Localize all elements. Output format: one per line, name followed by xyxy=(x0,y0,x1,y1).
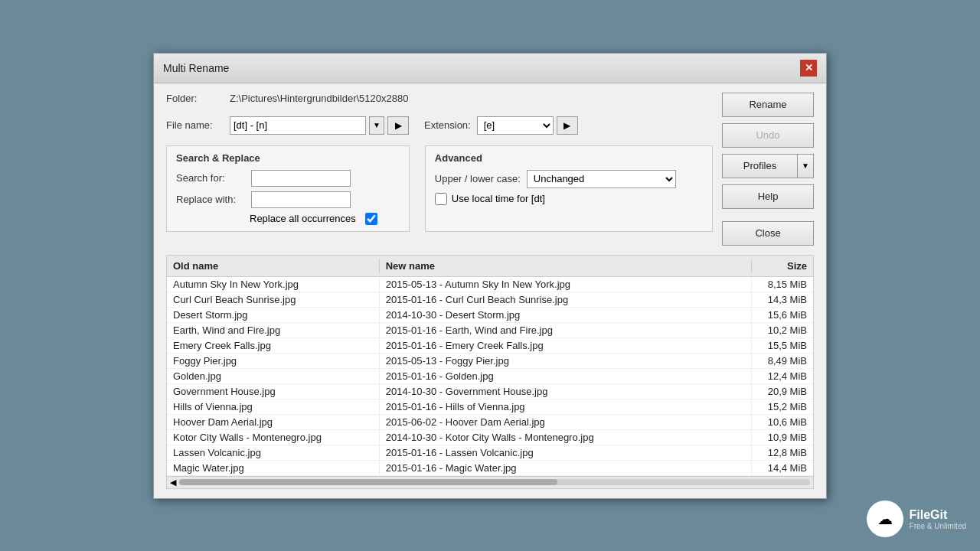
replace-with-row: Replace with: xyxy=(176,191,400,208)
replace-with-label: Replace with: xyxy=(176,194,245,205)
filename-input-wrap: ▼ ▶ xyxy=(230,116,409,135)
replace-with-input[interactable] xyxy=(251,191,351,208)
help-button[interactable]: Help xyxy=(722,184,814,209)
file-table: Old name New name Size Autumn Sky In New… xyxy=(166,255,814,489)
search-for-label: Search for: xyxy=(176,172,245,184)
title-bar: Multi Rename ✕ xyxy=(154,54,826,83)
table-row[interactable]: Curl Curl Beach Sunrise.jpg 2015-01-16 -… xyxy=(167,292,813,308)
table-row[interactable]: Earth, Wind and Fire.jpg 2015-01-16 - Ea… xyxy=(167,323,813,338)
folder-row: Folder: Z:\Pictures\Hintergrundbilder\51… xyxy=(166,93,713,104)
table-row[interactable]: Desert Storm.jpg 2014-10-30 - Desert Sto… xyxy=(167,308,813,323)
cell-old: Earth, Wind and Fire.jpg xyxy=(167,323,380,337)
dialog: Multi Rename ✕ Folder: Z:\Pictures\Hinte… xyxy=(153,53,827,499)
cell-size: 12,8 MiB xyxy=(752,445,813,460)
profiles-split: Profiles ▼ xyxy=(722,154,814,178)
watermark-text-block: FileGit Free & Unlimited xyxy=(910,507,966,530)
cell-old: Curl Curl Beach Sunrise.jpg xyxy=(167,292,380,307)
table-body: Autumn Sky In New York.jpg 2015-05-13 - … xyxy=(167,277,813,476)
table-header: Old name New name Size xyxy=(167,256,813,277)
cell-new: 2015-01-16 - Earth, Wind and Fire.jpg xyxy=(380,323,752,337)
table-row[interactable]: Hoover Dam Aerial.jpg 2015-06-02 - Hoove… xyxy=(167,415,813,430)
rename-button[interactable]: Rename xyxy=(722,93,814,117)
table-row[interactable]: Foggy Pier.jpg 2015-05-13 - Foggy Pier.j… xyxy=(167,354,813,369)
cell-new: 2015-01-16 - Golden.jpg xyxy=(380,369,752,383)
watermark: ☁ FileGit Free & Unlimited xyxy=(867,500,966,537)
cell-old: Foggy Pier.jpg xyxy=(167,354,380,368)
cell-size: 12,4 MiB xyxy=(752,369,813,383)
cell-new: 2014-10-30 - Government House.jpg xyxy=(380,384,752,399)
cell-new: 2014-10-30 - Kotor City Walls - Monteneg… xyxy=(380,430,752,445)
cell-size: 8,15 MiB xyxy=(752,277,813,292)
dialog-title: Multi Rename xyxy=(163,62,229,74)
right-panel: Rename Undo Profiles ▼ Help Close xyxy=(722,93,814,246)
cell-size: 15,2 MiB xyxy=(752,399,813,414)
cell-size: 14,3 MiB xyxy=(752,292,813,307)
close-window-button[interactable]: ✕ xyxy=(800,60,817,77)
profiles-dropdown-button[interactable]: ▼ xyxy=(797,154,814,178)
extension-arrow-button[interactable]: ▶ xyxy=(557,116,578,135)
table-row[interactable]: Autumn Sky In New York.jpg 2015-05-13 - … xyxy=(167,277,813,292)
cell-size: 15,6 MiB xyxy=(752,308,813,322)
cell-new: 2015-01-16 - Hills of Vienna.jpg xyxy=(380,399,752,414)
cell-new: 2015-01-16 - Lassen Volcanic.jpg xyxy=(380,445,752,460)
case-select[interactable]: Unchanged Lowercase Uppercase Title Case xyxy=(527,170,676,188)
scrollbar-track xyxy=(179,479,810,485)
cell-old: Autumn Sky In New York.jpg xyxy=(167,277,380,292)
search-replace-section: Search & Replace Search for: Replace wit… xyxy=(166,145,410,232)
watermark-sub: Free & Unlimited xyxy=(910,522,966,530)
filename-dropdown-button[interactable]: ▼ xyxy=(369,116,384,135)
horizontal-scrollbar[interactable]: ◀ xyxy=(167,476,813,488)
cell-new: 2015-05-13 - Foggy Pier.jpg xyxy=(380,354,752,368)
table-row[interactable]: Golden.jpg 2015-01-16 - Golden.jpg 12,4 … xyxy=(167,369,813,384)
main-content: Folder: Z:\Pictures\Hintergrundbilder\51… xyxy=(154,83,826,255)
filename-arrow-button[interactable]: ▶ xyxy=(387,116,409,135)
advanced-section: Advanced Upper / lower case: Unchanged L… xyxy=(425,145,713,232)
cell-new: 2015-01-16 - Curl Curl Beach Sunrise.jpg xyxy=(380,292,752,307)
local-time-row: Use local time for [dt] xyxy=(435,193,703,205)
table-row[interactable]: Government House.jpg 2014-10-30 - Govern… xyxy=(167,384,813,399)
replace-all-checkbox[interactable] xyxy=(365,213,377,225)
cell-old: Golden.jpg xyxy=(167,369,380,383)
filename-label: File name: xyxy=(166,119,224,131)
cell-new: 2014-10-30 - Desert Storm.jpg xyxy=(380,308,752,322)
table-row[interactable]: Emery Creek Falls.jpg 2015-01-16 - Emery… xyxy=(167,338,813,354)
col-header-size: Size xyxy=(752,259,813,273)
case-row: Upper / lower case: Unchanged Lowercase … xyxy=(435,170,703,188)
undo-button[interactable]: Undo xyxy=(722,123,814,148)
advanced-title: Advanced xyxy=(435,152,703,164)
left-panel: Folder: Z:\Pictures\Hintergrundbilder\51… xyxy=(166,93,713,246)
extension-combo-wrap: [e] ▶ xyxy=(477,116,578,135)
profiles-button[interactable]: Profiles xyxy=(722,154,797,178)
filename-input[interactable] xyxy=(230,116,366,135)
cell-old: Hills of Vienna.jpg xyxy=(167,399,380,414)
table-row[interactable]: Magic Water.jpg 2015-01-16 - Magic Water… xyxy=(167,461,813,476)
case-label: Upper / lower case: xyxy=(435,173,521,184)
folder-label: Folder: xyxy=(166,93,224,104)
table-row[interactable]: Kotor City Walls - Montenegro.jpg 2014-1… xyxy=(167,430,813,445)
cell-old: Desert Storm.jpg xyxy=(167,308,380,322)
cell-old: Lassen Volcanic.jpg xyxy=(167,445,380,460)
replace-all-label: Replace all occurrences xyxy=(250,213,356,224)
extension-select[interactable]: [e] xyxy=(477,116,554,135)
local-time-checkbox[interactable] xyxy=(435,193,447,205)
cell-size: 10,9 MiB xyxy=(752,430,813,445)
cell-old: Kotor City Walls - Montenegro.jpg xyxy=(167,430,380,445)
table-row[interactable]: Lassen Volcanic.jpg 2015-01-16 - Lassen … xyxy=(167,445,813,461)
cell-old: Government House.jpg xyxy=(167,384,380,399)
extension-label: Extension: xyxy=(424,119,471,131)
cell-old: Emery Creek Falls.jpg xyxy=(167,338,380,353)
search-for-input[interactable] xyxy=(251,170,351,187)
cell-old: Hoover Dam Aerial.jpg xyxy=(167,415,380,429)
table-row[interactable]: Hills of Vienna.jpg 2015-01-16 - Hills o… xyxy=(167,399,813,415)
cell-size: 14,4 MiB xyxy=(752,461,813,475)
watermark-name: FileGit xyxy=(910,507,966,522)
col-header-new: New name xyxy=(380,259,752,273)
close-dialog-button[interactable]: Close xyxy=(722,221,814,246)
cell-size: 10,6 MiB xyxy=(752,415,813,429)
cell-size: 15,5 MiB xyxy=(752,338,813,353)
cell-size: 8,49 MiB xyxy=(752,354,813,368)
cell-new: 2015-01-16 - Magic Water.jpg xyxy=(380,461,752,475)
cell-new: 2015-01-16 - Emery Creek Falls.jpg xyxy=(380,338,752,353)
search-for-row: Search for: xyxy=(176,170,400,187)
search-replace-title: Search & Replace xyxy=(176,152,400,164)
